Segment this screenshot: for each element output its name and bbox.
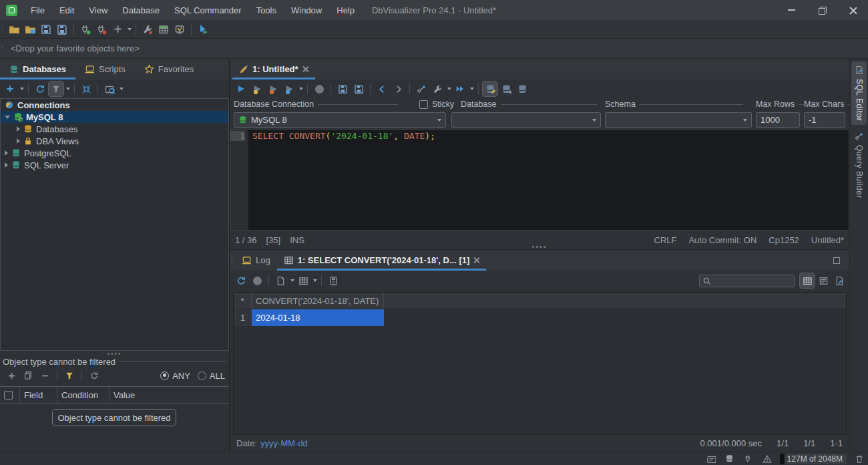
connection-status-button[interactable] — [742, 453, 754, 465]
back-button[interactable] — [375, 82, 389, 96]
execute-explain-button[interactable] — [282, 82, 296, 96]
filter-chevron-icon[interactable] — [66, 88, 70, 90]
form-view-toggle[interactable] — [816, 273, 831, 288]
result-tab-close-icon[interactable] — [473, 257, 479, 263]
add-connection-button[interactable] — [3, 82, 17, 96]
filter-remove-button[interactable] — [37, 368, 52, 383]
restore-button[interactable] — [807, 0, 837, 20]
grid-view-toggle[interactable] — [800, 273, 815, 288]
expander-right-icon[interactable] — [5, 150, 8, 156]
save-button[interactable] — [39, 22, 53, 37]
filter-disabled-button[interactable]: Object type cannot be filtered — [52, 409, 176, 426]
forward-button[interactable] — [391, 82, 405, 96]
tree-item-dba-views[interactable]: DBA Views — [1, 135, 228, 147]
export-chevron-icon[interactable] — [290, 279, 294, 282]
menu-help[interactable]: Help — [330, 3, 361, 18]
rerun-button[interactable] — [234, 273, 248, 288]
tab-log[interactable]: Log — [235, 250, 277, 271]
filter-refresh-button[interactable] — [87, 368, 101, 383]
filter-edit-button[interactable] — [62, 368, 77, 383]
collapse-all-button[interactable] — [79, 82, 93, 96]
locate-object-button[interactable] — [102, 82, 117, 96]
formatter-button[interactable] — [430, 82, 445, 96]
favorites-grip[interactable]: ⦙ — [1, 46, 5, 51]
console-status-button[interactable] — [705, 453, 717, 465]
editor-save-button[interactable] — [335, 82, 350, 96]
sticky-checkbox[interactable] — [419, 100, 428, 109]
tab-scripts[interactable]: Scripts — [75, 59, 135, 80]
auto-commit[interactable]: Auto Commit: ON — [688, 235, 756, 245]
quick-search-input[interactable] — [713, 276, 791, 285]
editing-toggle[interactable] — [832, 273, 847, 288]
date-format-value[interactable]: yyyy-MM-dd — [260, 438, 308, 448]
stop-button[interactable] — [312, 82, 327, 96]
tree-item-mysql8[interactable]: MySQL 8 — [1, 111, 228, 123]
line-ending[interactable]: CRLF — [654, 235, 677, 245]
execute-button[interactable] — [234, 82, 248, 96]
expander-right-icon[interactable] — [5, 162, 8, 168]
any-radio[interactable] — [160, 371, 169, 380]
grid-options-button[interactable] — [296, 273, 310, 288]
grid-column-header[interactable]: CONVERT('2024-01-18', DATE) — [252, 293, 384, 309]
filter-column-field[interactable]: Field — [20, 387, 57, 403]
export-button[interactable] — [273, 273, 288, 288]
tab-sql-editor[interactable]: SQL Editor — [851, 61, 867, 125]
disconnect-button[interactable] — [94, 22, 109, 37]
formatter-chevron-icon[interactable] — [447, 88, 451, 90]
horizontal-splitter[interactable]: •••• — [0, 351, 229, 357]
open-recent-button[interactable] — [23, 22, 37, 37]
minimize-button[interactable] — [776, 0, 807, 20]
menu-edit[interactable]: Edit — [53, 3, 81, 18]
execute-chevron-icon[interactable] — [299, 88, 303, 90]
row-number-cell[interactable]: 1 — [234, 309, 252, 326]
encoding[interactable]: Cp1252 — [769, 235, 799, 245]
editor-tab-close-icon[interactable] — [302, 66, 308, 72]
filter-copy-button[interactable] — [21, 368, 35, 383]
database-select[interactable] — [451, 112, 601, 128]
menu-window[interactable]: Window — [284, 3, 329, 18]
save-as-button[interactable] — [55, 22, 69, 37]
create-connection-chevron-icon[interactable] — [128, 28, 132, 31]
pointer-mode-button[interactable] — [196, 22, 210, 37]
continue-button[interactable] — [453, 82, 467, 96]
explain-plan-button[interactable] — [414, 82, 429, 96]
tab-favorites[interactable]: Favorites — [135, 59, 203, 80]
sql-code-line[interactable]: SELECT CONVERT('2024-01-18', DATE); — [248, 130, 435, 230]
data-grid-button[interactable] — [156, 22, 171, 37]
filter-add-button[interactable] — [4, 368, 19, 383]
close-button[interactable] — [837, 0, 868, 20]
menu-tools[interactable]: Tools — [250, 3, 283, 18]
menu-database[interactable]: Database — [116, 3, 166, 18]
execute-buffer-button[interactable] — [266, 82, 280, 96]
add-connection-chevron-icon[interactable] — [20, 88, 24, 90]
aggregate-button[interactable] — [326, 273, 341, 288]
results-stop-button[interactable] — [250, 273, 264, 288]
continue-chevron-icon[interactable] — [470, 88, 474, 90]
grid-corner-cell[interactable]: * — [234, 293, 252, 309]
tab-databases[interactable]: Databases — [0, 59, 75, 80]
tree-root-connections[interactable]: Connections — [1, 99, 228, 111]
database-status-button[interactable] — [724, 453, 736, 465]
maximize-results-button[interactable] — [833, 257, 840, 264]
menu-sql-commander[interactable]: SQL Commander — [168, 3, 248, 18]
filter-column-condition[interactable]: Condition — [57, 387, 110, 403]
expander-right-icon[interactable] — [17, 126, 20, 132]
editor-save-as-button[interactable] — [351, 82, 366, 96]
open-file-button[interactable] — [7, 22, 21, 37]
warnings-button[interactable] — [761, 453, 773, 465]
expander-down-icon[interactable] — [5, 116, 10, 119]
toolbar-grip[interactable]: ⦙ — [1, 27, 5, 31]
all-radio[interactable] — [198, 371, 206, 380]
connection-select[interactable]: MySQL 8 — [234, 112, 446, 128]
schema-select[interactable] — [605, 112, 752, 128]
favorites-bar[interactable]: ⦙ <Drop your favorite objects here> — [0, 39, 868, 59]
garbage-collect-button[interactable] — [853, 453, 865, 465]
memory-monitor[interactable]: 127M of 2048M — [780, 454, 847, 464]
filter-select-all[interactable] — [0, 387, 20, 403]
filter-objects-button[interactable] — [49, 82, 63, 96]
tree-item-sql-server[interactable]: SQL Server — [1, 159, 228, 171]
sql-editor[interactable]: 1 SELECT CONVERT('2024-01-18', DATE); — [230, 129, 849, 230]
tree-item-databases[interactable]: Databases — [1, 123, 228, 135]
tab-result-set[interactable]: 1: SELECT CONVERT('2024-01-18', D... [1] — [277, 250, 487, 271]
tree-item-postgresql[interactable]: PostgreSQL — [1, 147, 228, 159]
